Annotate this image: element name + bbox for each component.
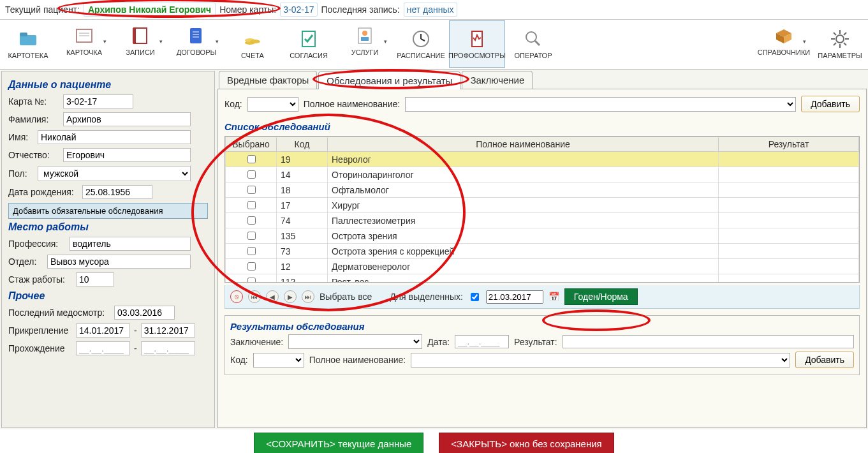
coins-icon xyxy=(242,29,263,49)
cell-result xyxy=(719,152,859,167)
row-checkbox[interactable] xyxy=(247,278,256,283)
row-checkbox[interactable] xyxy=(247,155,256,163)
select-sex[interactable]: мужской xyxy=(38,166,191,181)
select-zakl[interactable] xyxy=(288,334,422,349)
input-last-exam[interactable] xyxy=(114,306,175,320)
row-checkbox[interactable] xyxy=(247,247,256,255)
toolbar-kartochka[interactable]: КАРТОЧКА xyxy=(56,20,112,68)
col-code[interactable]: Код xyxy=(277,137,328,152)
nav-stop-icon[interactable]: ⦸ xyxy=(230,290,243,303)
right-panel: Вредные факторы Обследования и результат… xyxy=(217,71,867,428)
toolbar-dogovory[interactable]: ДОГОВОРЫ xyxy=(168,20,224,68)
toolbar-operator[interactable]: ОПЕРАТОР xyxy=(505,20,561,68)
row-checkbox[interactable] xyxy=(247,216,256,225)
table-row[interactable]: 19Невролог xyxy=(226,152,859,167)
table-row[interactable]: 14Оториноларинголог xyxy=(226,167,859,182)
label-cardno: Карта №: xyxy=(8,96,59,107)
table-row[interactable]: 73Острота зрения с коррекцией xyxy=(226,244,859,259)
calendar-icon[interactable]: 📅 xyxy=(548,292,559,302)
button-save[interactable]: <СОХРАНИТЬ> текущие данные xyxy=(254,433,423,454)
cell-result xyxy=(719,228,859,244)
toolbar-parametry[interactable]: ПАРАМЕТРЫ xyxy=(812,20,868,68)
input-result-date[interactable] xyxy=(455,335,509,348)
nav-prev-icon[interactable]: ◀ xyxy=(266,290,279,303)
table-row[interactable]: 74Паллестезиометрия xyxy=(226,213,859,228)
col-result[interactable]: Результат xyxy=(719,137,859,152)
toolbar-spravochniki[interactable]: СПРАВОЧНИКИ xyxy=(756,20,812,68)
button-add-required-exams[interactable]: Добавить обязательные обследования xyxy=(8,203,208,219)
input-attach-to[interactable] xyxy=(141,323,195,338)
input-patronymic[interactable] xyxy=(63,148,191,162)
notebook-icon xyxy=(130,26,151,46)
svg-point-13 xyxy=(250,40,260,43)
svg-line-29 xyxy=(834,33,836,35)
nav-next-icon[interactable]: ▶ xyxy=(284,290,297,303)
row-checkbox[interactable] xyxy=(247,232,256,240)
button-close[interactable]: <ЗАКРЫТЬ> окно без сохранения xyxy=(439,433,614,454)
input-cardno[interactable] xyxy=(63,94,133,108)
heading-patient-data: Данные о пациенте xyxy=(8,79,208,91)
result-block: Результаты обследования Заключение: Дата… xyxy=(224,315,860,375)
label-fullname: Полное наименование: xyxy=(304,99,400,109)
table-row[interactable]: 135Острота зрения xyxy=(226,228,859,244)
cell-code: 74 xyxy=(277,213,328,228)
nav-first-icon[interactable]: ⏮ xyxy=(248,290,261,303)
row-checkbox[interactable] xyxy=(247,170,256,179)
cell-name: Рост, вес xyxy=(328,274,719,283)
button-add-result[interactable]: Добавить xyxy=(795,352,854,368)
grid-footer: ⦸ ⏮ ◀ ▶ ⏭ Выбрать все Для выделенных: 📅 … xyxy=(224,285,860,309)
ribbon-toolbar: КАРТОТЕКА КАРТОЧКА ЗАПИСИ ДОГОВОРЫ СЧЕТА… xyxy=(0,20,868,70)
col-selected[interactable]: Выбрано xyxy=(226,137,277,152)
table-row[interactable]: 18Офтальмолог xyxy=(226,182,859,198)
input-department[interactable] xyxy=(47,255,191,269)
toolbar-raspisanie[interactable]: РАСПИСАНИЕ xyxy=(393,20,449,68)
select-fullname[interactable] xyxy=(405,97,796,112)
button-add-exam[interactable]: Добавить xyxy=(801,96,860,112)
input-experience[interactable] xyxy=(76,272,114,286)
cell-name: Паллестезиометрия xyxy=(328,213,719,228)
label-dob: Дата рождения: xyxy=(8,187,78,197)
label-zakl: Заключение: xyxy=(230,337,283,347)
patient-data-panel: Данные о пациенте Карта №: Фамилия: Имя:… xyxy=(1,71,215,428)
input-firstname[interactable] xyxy=(38,130,191,144)
input-pass-from[interactable] xyxy=(76,341,130,355)
select-code[interactable] xyxy=(247,97,298,112)
patient-name: Архипов Николай Егорович xyxy=(84,3,216,17)
input-lastname[interactable] xyxy=(63,112,191,126)
input-forselected-date[interactable] xyxy=(486,290,543,304)
input-dob[interactable] xyxy=(82,185,152,199)
nav-last-icon[interactable]: ⏭ xyxy=(302,290,314,303)
cell-name: Невролог xyxy=(328,152,719,167)
card-number: 3-02-17 xyxy=(280,3,317,17)
input-profession[interactable] xyxy=(70,237,191,251)
tab-conclusion[interactable]: Заключение xyxy=(462,71,533,89)
input-attach-from[interactable] xyxy=(76,323,130,338)
table-row[interactable]: 12Дерматовенеролог xyxy=(226,259,859,274)
input-result[interactable] xyxy=(563,335,854,348)
select-result-code[interactable] xyxy=(253,353,304,368)
toolbar-zapisi[interactable]: ЗАПИСИ xyxy=(112,20,168,68)
table-row[interactable]: 112Рост, вес xyxy=(226,274,859,283)
toolbar-profosmotry[interactable]: ПРОФОСМОТРЫ xyxy=(449,20,505,68)
row-checkbox[interactable] xyxy=(247,262,256,271)
row-checkbox[interactable] xyxy=(247,186,256,194)
table-row[interactable]: 17Хирург xyxy=(226,198,859,213)
toolbar-uslugi[interactable]: УСЛУГИ xyxy=(337,20,393,68)
button-fit-norm[interactable]: Годен/Норма xyxy=(564,288,638,305)
tab-harmful-factors[interactable]: Вредные факторы xyxy=(219,71,317,89)
label-result: Результат: xyxy=(514,337,557,347)
checkbox-forselected-date[interactable] xyxy=(471,293,479,301)
row-checkbox[interactable] xyxy=(247,201,256,209)
input-pass-to[interactable] xyxy=(141,341,195,355)
tab-exams-results[interactable]: Обследования и результаты xyxy=(318,71,460,89)
col-fullname[interactable]: Полное наименование xyxy=(328,137,719,152)
exam-grid[interactable]: Выбрано Код Полное наименование Результа… xyxy=(224,136,860,283)
toolbar-kartoteka[interactable]: КАРТОТЕКА xyxy=(0,20,56,68)
last-record: нет данных xyxy=(404,3,457,17)
select-result-fullname[interactable] xyxy=(411,353,790,368)
toolbar-soglasiya[interactable]: СОГЛАСИЯ xyxy=(281,20,337,68)
svg-point-22 xyxy=(526,32,536,42)
label-select-all[interactable]: Выбрать все xyxy=(320,292,372,302)
toolbar-scheta[interactable]: СЧЕТА xyxy=(224,20,281,68)
gear-icon xyxy=(830,29,850,49)
